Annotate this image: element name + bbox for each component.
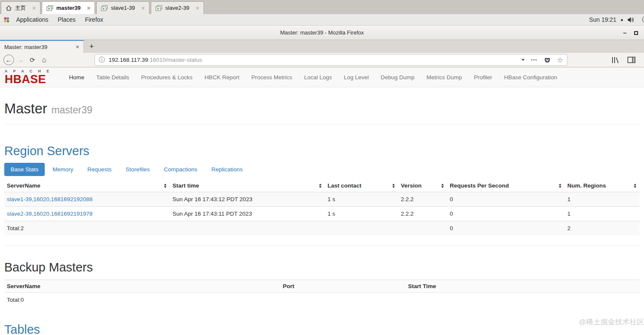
clock[interactable]: Sun 19:21 <box>589 16 616 23</box>
close-icon[interactable]: × <box>29 5 36 12</box>
sort-icon[interactable] <box>319 184 322 188</box>
firefox-tabstrip: Master: master39 × + <box>0 40 644 53</box>
cell-last-contact: 1 s <box>325 207 398 221</box>
col-start-time[interactable]: Start time <box>170 179 325 192</box>
forward-button[interactable]: → <box>14 54 26 66</box>
cell-total-label: Total:2 <box>4 221 170 236</box>
logo-hbase-text: HBASE <box>5 73 63 85</box>
cell-total-rps: 0 <box>447 221 565 236</box>
sort-icon[interactable] <box>441 184 444 188</box>
minimize-button[interactable]: – <box>623 31 627 35</box>
close-icon[interactable]: × <box>192 5 199 12</box>
nav-procedures-locks[interactable]: Procedures & Locks <box>135 67 198 87</box>
tab-memory[interactable]: Memory <box>46 163 80 176</box>
nav-log-level[interactable]: Log Level <box>338 67 375 87</box>
cell-start-time: Sun Apr 16 17:43:11 PDT 2023 <box>170 207 325 221</box>
sort-icon[interactable] <box>392 184 395 188</box>
vm-console-icon <box>155 5 162 11</box>
nav-process-metrics[interactable]: Process Metrics <box>245 67 298 87</box>
col-start-time[interactable]: Start Time <box>405 280 640 293</box>
page-title: Mastermaster39 <box>4 101 640 117</box>
home-button[interactable]: ⌂ <box>38 54 50 66</box>
vm-tab-label: master39 <box>56 5 80 11</box>
nav-metrics-dump[interactable]: Metrics Dump <box>420 67 468 87</box>
sidebar-toggle-icon[interactable] <box>627 57 635 63</box>
tables-heading: Tables <box>4 323 640 335</box>
firefox-titlebar[interactable]: Master: master39 - Mozilla Firefox – <box>0 26 644 40</box>
nav-home[interactable]: Home <box>63 67 90 87</box>
tab-replications[interactable]: Replications <box>205 163 249 176</box>
site-info-icon[interactable]: ⓘ <box>99 56 105 64</box>
cell-version: 2.2.2 <box>398 207 447 221</box>
tab-storefiles[interactable]: Storefiles <box>119 163 156 176</box>
close-icon[interactable]: × <box>138 5 145 12</box>
reload-button[interactable]: ⟳ <box>26 54 38 66</box>
gnome-panel: Applications Places Firefox Sun 19:21 ● <box>0 14 644 26</box>
divider <box>4 124 640 124</box>
tab-compactions[interactable]: Compactions <box>157 163 204 176</box>
back-button[interactable]: ← <box>3 55 14 65</box>
firefox-tab-master-status[interactable]: Master: master39 × <box>0 40 84 53</box>
close-icon[interactable]: × <box>76 43 79 50</box>
bookmark-star-icon[interactable]: ☆ <box>557 56 563 64</box>
url-path: :16010/master-status <box>148 57 202 63</box>
library-icon[interactable] <box>611 57 619 64</box>
col-num-regions[interactable]: Num. Regions <box>565 179 640 192</box>
col-version[interactable]: Version <box>398 179 447 192</box>
cell-total-label: Total:0 <box>4 293 280 307</box>
vm-tab-home[interactable]: 主页 × <box>1 1 40 14</box>
col-servername[interactable]: ServerName <box>4 280 280 293</box>
col-port[interactable]: Port <box>280 280 405 293</box>
table-header-row: ServerName Port Start Time <box>4 280 640 293</box>
maximize-button[interactable] <box>634 31 638 35</box>
tab-base-stats[interactable]: Base Stats <box>4 163 45 176</box>
sort-icon[interactable] <box>634 184 636 188</box>
hbase-logo[interactable]: A P A C H E HBASE <box>0 69 63 85</box>
vm-tab-label: 主页 <box>15 4 26 12</box>
sort-icon[interactable] <box>559 184 561 188</box>
vm-tab-slave1-39[interactable]: slave1-39 × <box>96 1 150 14</box>
firefox-toolbar: ← → ⟳ ⌂ ⓘ 192.168.117.39 :16010/master-s… <box>0 53 644 67</box>
col-requests-per-second[interactable]: Requests Per Second <box>447 179 565 192</box>
cell-start-time: Sun Apr 16 17:43:12 PDT 2023 <box>170 192 325 207</box>
url-bar[interactable]: ⓘ 192.168.117.39 :16010/master-status ••… <box>95 54 567 66</box>
vm-console-tabbar: 主页 × master39 × slave1-39 × slave2-39 × <box>0 0 644 14</box>
nav-profiler[interactable]: Profiler <box>468 67 498 87</box>
backup-masters-heading: Backup Masters <box>4 260 640 274</box>
nav-local-logs[interactable]: Local Logs <box>298 67 338 87</box>
regionserver-link[interactable]: slave1-39,16020,1681692192088 <box>7 196 92 202</box>
status-menu-icon[interactable] <box>642 16 644 23</box>
cell-rps: 0 <box>447 192 565 207</box>
close-icon[interactable]: × <box>83 5 90 12</box>
menu-applications[interactable]: Applications <box>12 16 53 23</box>
nav-table-details[interactable]: Table Details <box>90 67 135 87</box>
hbase-nav: Home Table Details Procedures & Locks HB… <box>63 67 563 87</box>
cell-num-regions: 1 <box>565 192 640 207</box>
pocket-icon[interactable] <box>544 57 551 64</box>
nav-debug-dump[interactable]: Debug Dump <box>375 67 421 87</box>
menu-firefox[interactable]: Firefox <box>80 16 108 23</box>
sort-icon[interactable] <box>164 184 167 188</box>
backup-masters-table: ServerName Port Start Time Total:0 <box>4 280 640 307</box>
vm-tab-slave2-39[interactable]: slave2-39 × <box>151 1 204 14</box>
table-row: slave1-39,16020,1681692192088 Sun Apr 16… <box>4 192 640 207</box>
regionserver-link[interactable]: slave2-39,16020,1681692191978 <box>7 211 92 217</box>
nav-hbase-configuration[interactable]: HBase Configuration <box>498 67 563 87</box>
table-total-row: Total:2 0 2 <box>4 221 640 236</box>
vm-tab-master39[interactable]: master39 × <box>42 1 95 14</box>
url-host: 192.168.117.39 <box>109 57 148 63</box>
chevron-down-icon[interactable] <box>521 59 525 61</box>
col-servername[interactable]: ServerName <box>4 179 170 192</box>
menu-places[interactable]: Places <box>53 16 80 23</box>
tab-requests[interactable]: Requests <box>81 163 118 176</box>
cell-rps: 0 <box>447 207 565 221</box>
page-actions-icon[interactable]: ••• <box>531 58 538 62</box>
nav-hbck-report[interactable]: HBCK Report <box>198 67 245 87</box>
volume-icon[interactable] <box>627 17 635 23</box>
page-subtitle: master39 <box>52 104 92 116</box>
firefox-tab-title: Master: master39 <box>4 44 76 50</box>
cell-num-regions: 1 <box>565 207 640 221</box>
col-last-contact[interactable]: Last contact <box>325 179 398 192</box>
cell-last-contact: 1 s <box>325 192 398 207</box>
new-tab-button[interactable]: + <box>84 40 99 53</box>
